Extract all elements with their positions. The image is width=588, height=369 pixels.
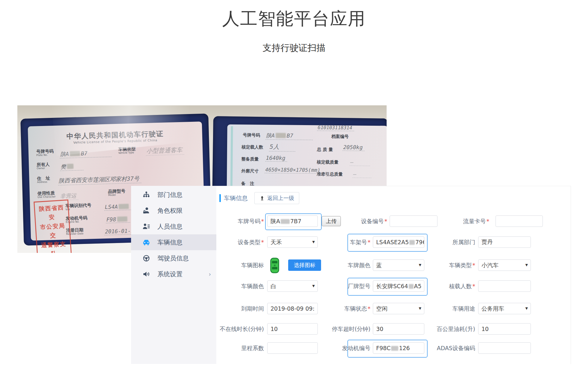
vin-input[interactable]: LS4ASE2A57968 xyxy=(373,236,424,248)
seats-label: 核载人数* xyxy=(420,280,475,292)
curb-value: 1640kg xyxy=(265,155,287,162)
caret-down-icon: ▼ xyxy=(525,260,528,271)
vehicle-type-value: 小型普通客车 xyxy=(146,146,184,156)
parking-timeout-input[interactable] xyxy=(373,323,424,335)
device-type-label: 设备类型* xyxy=(212,236,264,248)
vin-value: LS4A xyxy=(104,203,132,211)
vehicle-info-panel: 车辆信息 返回上一级 车牌号码* 陕A7B7 上传 设备编号* 流量卡号* 设备… xyxy=(216,186,571,364)
masked-text xyxy=(391,346,398,351)
expire-time-label: 到期时间 xyxy=(212,303,264,314)
expire-time-input[interactable] xyxy=(267,303,318,314)
model-label: 厂牌型号 xyxy=(315,280,370,292)
vehicle-icon-preview xyxy=(270,258,279,273)
owner-label: 所有人Owner xyxy=(37,162,50,170)
mileage-factor-input[interactable] xyxy=(267,342,318,354)
vin-label: 车辆识别代号VIN xyxy=(65,203,92,211)
device-no-label: 设备编号* xyxy=(332,215,387,227)
department-input[interactable] xyxy=(478,236,531,248)
vehicle-use-label: 车辆用途 xyxy=(420,303,475,314)
speaker-icon xyxy=(142,270,150,278)
dims-label: 外廓尺寸 xyxy=(241,169,259,174)
capacity-value: 5人 xyxy=(269,143,295,152)
sidebar-item-settings[interactable]: 系统设置 › xyxy=(131,266,216,282)
use-character-value: 非营运 xyxy=(60,192,78,201)
form-row: 车辆颜色 白▼ 厂牌型号 长安牌SC64A5 核载人数* xyxy=(216,280,571,292)
masked-text xyxy=(281,219,290,224)
vehicle-color-select[interactable]: 白▼ xyxy=(267,280,318,292)
masked-text xyxy=(276,133,286,138)
plate-value: 陕AB7 xyxy=(60,149,112,158)
page: 人工智能平台应用 支持行驶证扫描 中华人民共和国机动车行驶证 Vehicle L… xyxy=(0,0,588,369)
address-label: 住 址Address xyxy=(37,176,50,183)
sidebar-item-vehicles[interactable]: 车辆信息 xyxy=(131,234,216,250)
parking-timeout-label: 停车超时(分钟) xyxy=(315,323,370,335)
caret-down-icon: ▼ xyxy=(312,237,315,247)
adas-code-label: ADAS设备编码 xyxy=(420,342,475,354)
masked-text xyxy=(119,204,129,209)
traction-label: 准牵引总质量 xyxy=(317,172,343,177)
form-row: 不在线时长(分钟) 停车超时(分钟) 百公里油耗(升) xyxy=(216,323,571,335)
form-row: 里程系数 发动机编号 F98C126 ADAS设备编码 xyxy=(216,342,571,354)
steering-wheel-icon xyxy=(142,254,150,262)
vehicle-type-label: 车辆类型Vehicle Type xyxy=(118,147,136,154)
fuel-per-100km-input[interactable] xyxy=(478,323,531,335)
page-title: 人工智能平台应用 xyxy=(0,7,588,31)
vehicle-status-label: 车辆状态* xyxy=(315,303,370,314)
vehicle-type-label: 车辆类型* xyxy=(420,259,475,271)
caret-down-icon: ▼ xyxy=(525,303,528,314)
capacity-label: 核定载人数 xyxy=(241,145,263,150)
sidebar: 部门信息 角色权限 人员信息 车辆信息 驾驶员信息 系统设置 › xyxy=(131,186,216,364)
engine-no-input[interactable]: F98C126 xyxy=(373,342,424,354)
adas-code-input[interactable] xyxy=(478,342,531,354)
dims-value: 4650×1850×1705(mm) xyxy=(265,167,322,174)
offline-minutes-input[interactable] xyxy=(267,323,318,335)
plate-value: 陕AB7 xyxy=(265,132,313,140)
back-button[interactable]: 返回上一级 xyxy=(254,192,299,204)
device-type-select[interactable]: 天禾▼ xyxy=(267,236,318,248)
approved-load-label: 核定载质量 xyxy=(317,160,338,165)
device-no-input[interactable] xyxy=(390,215,437,227)
chevron-right-icon: › xyxy=(209,271,211,277)
police-stamp: 陕西省西安 市公安局交 通警察支队 xyxy=(34,200,72,253)
form-row: 车牌号码* 陕A7B7 上传 设备编号* 流量卡号* xyxy=(216,215,571,227)
vehicle-type-select[interactable]: 小汽车▼ xyxy=(478,259,531,271)
masked-text xyxy=(409,284,414,289)
masked-text xyxy=(70,151,80,156)
plate-no-input[interactable]: 陕A7B7 xyxy=(267,215,318,227)
model-input[interactable]: 长安牌SC64A5 xyxy=(373,280,424,292)
plate-color-label: 车牌颜色 xyxy=(315,259,370,271)
owner-value: 樊 xyxy=(60,163,83,171)
org-chart-icon xyxy=(142,191,150,199)
sim-no-label: 流量卡号* xyxy=(434,215,489,227)
sim-no-input[interactable] xyxy=(496,215,543,227)
department-label: 所属部门 xyxy=(420,236,475,248)
model-label: 品牌型号Model xyxy=(108,189,126,197)
plate-no-label: 车牌号码* xyxy=(212,215,264,227)
plate-label: 号牌号码 xyxy=(243,133,260,138)
sidebar-item-drivers[interactable]: 驾驶员信息 xyxy=(131,250,216,266)
masked-text xyxy=(117,216,127,222)
accent-bar xyxy=(219,194,221,202)
curb-label: 整备质量 xyxy=(241,157,259,162)
vehicle-status-select[interactable]: 空闲▼ xyxy=(373,303,424,314)
sidebar-item-roles[interactable]: 角色权限 xyxy=(131,203,216,218)
traction-value: — xyxy=(353,171,371,178)
gross-label: 总 质 量 xyxy=(317,147,333,152)
plate-label: 号牌号码Plate No. xyxy=(36,149,54,157)
gross-value: 2050kg xyxy=(343,144,364,151)
file-no-label: 档案编号 xyxy=(331,134,349,139)
fuel-per-100km-label: 百公里油耗(升) xyxy=(420,323,475,335)
seats-input[interactable] xyxy=(478,280,531,292)
sidebar-item-department[interactable]: 部门信息 xyxy=(131,187,216,203)
approved-load-value: — xyxy=(350,159,370,166)
remark-label: 备 注 xyxy=(241,181,254,186)
use-character-label: 使用性质Use Character xyxy=(37,191,56,199)
mileage-factor-label: 里程系数 xyxy=(212,342,264,354)
vehicle-color-label: 车辆颜色 xyxy=(212,280,264,292)
form-row: 到期时间 车辆状态* 空闲▼ 车辆用途 公务用车▼ xyxy=(216,303,571,314)
vehicle-use-select[interactable]: 公务用车▼ xyxy=(478,303,531,314)
sidebar-item-personnel[interactable]: 人员信息 xyxy=(131,218,216,234)
plate-color-select[interactable]: 蓝▼ xyxy=(373,259,424,271)
offline-minutes-label: 不在线时长(分钟) xyxy=(212,323,264,335)
engine-no-label: 发动机编号 xyxy=(315,342,370,354)
